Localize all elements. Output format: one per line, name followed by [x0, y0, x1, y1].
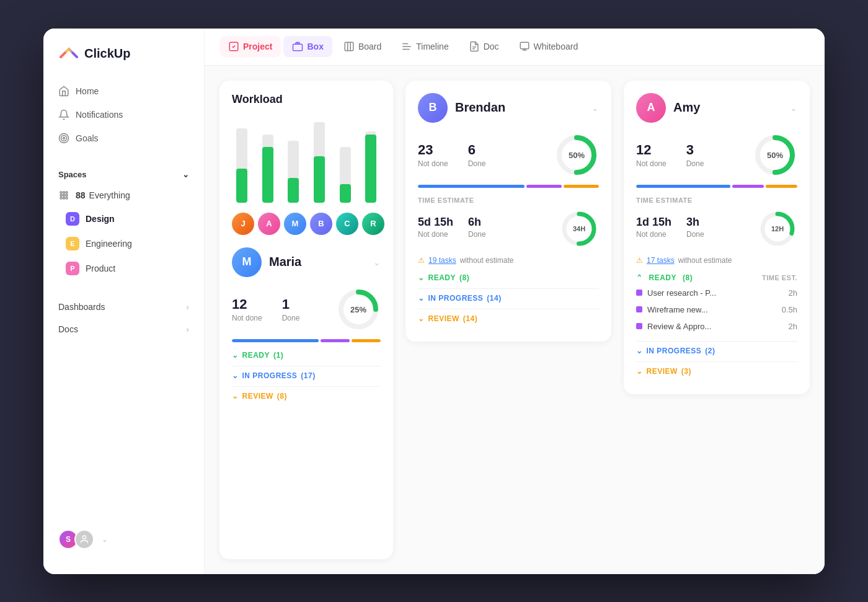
bar-2	[258, 135, 278, 203]
amy-stats: 12 Not done 3 Done 50%	[636, 133, 797, 177]
maria-stats: 12 Not done 1 Done 25%	[232, 287, 381, 332]
maria-not-done-label: Not done	[232, 314, 262, 322]
brendan-warning-link[interactable]: 19 tasks	[428, 256, 456, 265]
maria-done: 1 Done	[282, 296, 300, 322]
everything-icon	[58, 190, 69, 201]
amy-warning-link[interactable]: 17 tasks	[647, 256, 675, 265]
brendan-name: Brendan	[455, 100, 505, 115]
amy-done-label: Done	[686, 159, 704, 168]
amy-time-d-label: Done	[686, 230, 704, 239]
maria-name: Maria	[269, 255, 301, 269]
tab-project[interactable]: Project	[219, 36, 281, 57]
sidebar-item-everything[interactable]: 88 Everything	[43, 184, 204, 206]
svg-point-3	[60, 192, 62, 193]
amy-time-done-val: 3h	[686, 216, 704, 229]
svg-point-2	[63, 137, 65, 139]
footer-chevron: ⌄	[102, 535, 108, 544]
brendan-ready-header[interactable]: ⌄ READY (8)	[418, 273, 599, 282]
goals-icon	[58, 133, 69, 144]
bar-6	[361, 131, 381, 203]
brendan-header: B Brendan ⌄	[418, 93, 599, 123]
svg-point-11	[66, 197, 68, 199]
amy-chevron[interactable]: ⌄	[790, 103, 797, 113]
sidebar-item-goals[interactable]: Goals	[51, 126, 197, 150]
sidebar-item-docs[interactable]: Docs ›	[43, 318, 204, 340]
sidebar-item-engineering[interactable]: E Engineering	[51, 231, 197, 256]
brendan-inprogress-header[interactable]: ⌄ IN PROGRESS (14)	[418, 294, 599, 303]
warning-icon: ⚠	[418, 256, 425, 265]
amy-header: A Amy ⌄	[636, 93, 797, 123]
sidebar-item-product[interactable]: P Product	[51, 256, 197, 281]
tab-timeline[interactable]: Timeline	[392, 36, 457, 57]
brendan-donut-label: 34H	[573, 225, 585, 232]
maria-donut: 25%	[336, 287, 381, 332]
sidebar-item-design[interactable]: D Design	[51, 206, 197, 231]
brendan-ready-count: (8)	[459, 273, 469, 282]
amy-inprogress-label: IN PROGRESS	[647, 347, 702, 355]
maria-header: M Maria ⌄	[232, 247, 381, 277]
amy-time-section: TIME ESTIMATE 1d 15h Not done 3h Done	[636, 197, 797, 249]
user-avatar-2[interactable]	[74, 529, 94, 549]
sidebar-item-notifications[interactable]: Notifications	[51, 103, 197, 126]
workload-avatar-1: J	[232, 213, 254, 235]
tab-box[interactable]: Box	[283, 36, 332, 57]
brendan-stats: 23 Not done 6 Done 50%	[418, 133, 599, 177]
maria-chevron[interactable]: ⌄	[373, 257, 381, 267]
maria-inprogress-header[interactable]: ⌄ IN PROGRESS (17)	[232, 371, 381, 380]
brendan-chevron[interactable]: ⌄	[591, 103, 599, 113]
maria-not-done-value: 12	[232, 296, 262, 312]
goals-label: Goals	[76, 133, 99, 143]
brendan-time-nd-label: Not done	[418, 230, 453, 239]
task-dot-3	[636, 323, 642, 329]
amy-time-nd-label: Not done	[636, 230, 671, 239]
maria-review: ⌄ REVIEW (8)	[232, 392, 381, 401]
tab-whiteboard[interactable]: Whiteboard	[510, 36, 587, 57]
bar-chart	[232, 116, 381, 203]
amy-warning-icon: ⚠	[636, 256, 643, 265]
tab-doc[interactable]: Doc	[460, 36, 508, 57]
pb-blue	[232, 339, 319, 342]
brendan-time-not-done: 5d 15h Not done	[418, 216, 453, 239]
workload-avatar-3: M	[284, 213, 306, 235]
maria-review-header[interactable]: ⌄ REVIEW (8)	[232, 392, 381, 401]
pb-purple	[321, 339, 350, 342]
brendan-review-header[interactable]: ⌄ REVIEW (14)	[418, 314, 599, 323]
engineering-badge: E	[66, 237, 79, 250]
amy-review-header[interactable]: ⌄ REVIEW (3)	[636, 367, 797, 376]
brendan-warning-suffix: without estimate	[460, 256, 514, 265]
tab-board[interactable]: Board	[335, 36, 390, 57]
tab-box-label: Box	[307, 42, 323, 51]
amy-name: Amy	[673, 100, 700, 115]
spaces-header[interactable]: Spaces ⌄	[43, 165, 204, 184]
brendan-time-section: TIME ESTIMATE 5d 15h Not done 6h Done	[418, 197, 599, 249]
workload-avatars: J A M B C R	[232, 213, 381, 235]
amy-time-donut: 12H	[758, 209, 797, 249]
brendan-pb-blue	[418, 185, 525, 188]
maria-ready-header[interactable]: ⌄ READY (1)	[232, 351, 381, 360]
amy-review-count: (3)	[681, 367, 691, 376]
sidebar-logo: ClickUp	[43, 43, 204, 79]
task-name-3: Review & Appro...	[647, 322, 711, 331]
tab-doc-label: Doc	[484, 42, 499, 51]
sidebar-item-home[interactable]: Home	[51, 79, 197, 103]
b-rev-chevron: ⌄	[418, 314, 425, 323]
whiteboard-icon	[519, 41, 530, 52]
tab-timeline-label: Timeline	[416, 42, 448, 51]
bar-bg-3	[288, 141, 299, 203]
sidebar-nav: Home Notifications Goals	[43, 79, 204, 150]
sidebar: ClickUp Home Notifications	[43, 29, 205, 574]
sidebar-item-dashboards[interactable]: Dashboards ›	[43, 296, 204, 318]
workload-avatar-2: A	[258, 213, 280, 235]
svg-point-10	[63, 197, 65, 199]
everything-label: 88 Everything	[76, 190, 130, 200]
amy-inprogress-header[interactable]: ⌄ IN PROGRESS (2)	[636, 347, 797, 355]
svg-point-1	[61, 135, 67, 141]
brendan-ready: ⌄ READY (8)	[418, 273, 599, 282]
svg-point-12	[82, 536, 86, 539]
amy-inprogress: ⌄ IN PROGRESS (2)	[636, 347, 797, 355]
brendan-done-label: Done	[468, 159, 486, 168]
amy-task-2: Wireframe new... 0.5h	[636, 301, 797, 318]
main-content: Project Box Board	[205, 29, 825, 574]
amy-ready-header[interactable]: ⌃ READY (8) TIME EST.	[636, 273, 797, 282]
amy-donut: 50%	[753, 133, 797, 177]
